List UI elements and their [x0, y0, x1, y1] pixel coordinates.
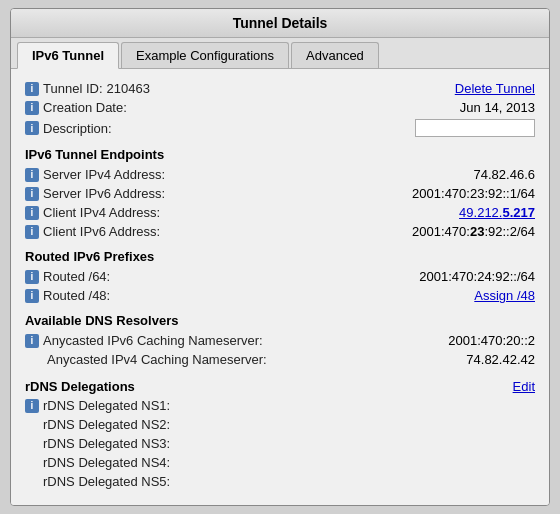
routed48-row: i Routed /48: Assign /48 [25, 286, 535, 305]
creation-date-row: i Creation Date: Jun 14, 2013 [25, 98, 535, 117]
tunnel-details-window: Tunnel Details IPv6 Tunnel Example Confi… [10, 8, 550, 506]
info-icon-client-ipv6: i [25, 225, 39, 239]
rdns-ns2-row: rDNS Delegated NS2: [25, 415, 535, 434]
client-ipv6-row: i Client IPv6 Address: 2001:470:23:92::2… [25, 222, 535, 241]
tab-ipv6-tunnel[interactable]: IPv6 Tunnel [17, 42, 119, 69]
window-title: Tunnel Details [11, 9, 549, 38]
tab-example-configurations[interactable]: Example Configurations [121, 42, 289, 68]
description-input[interactable] [415, 119, 535, 137]
anycast-ipv4-row: Anycasted IPv4 Caching Nameserver: 74.82… [25, 350, 535, 369]
info-icon-ns1: i [25, 399, 39, 413]
info-icon-description: i [25, 121, 39, 135]
content-area: i Tunnel ID: 210463 Delete Tunnel i Crea… [11, 69, 549, 505]
rdns-ns1-row: i rDNS Delegated NS1: [25, 396, 535, 415]
server-ipv6-row: i Server IPv6 Address: 2001:470:23:92::1… [25, 184, 535, 203]
rdns-ns5-row: rDNS Delegated NS5: [25, 472, 535, 491]
tunnel-id-value: 210463 [107, 81, 150, 96]
info-icon-anycast-ipv6: i [25, 334, 39, 348]
rdns-header-row: rDNS Delegations Edit [25, 377, 535, 396]
info-icon-routed64: i [25, 270, 39, 284]
routed64-value: 2001:470:24:92::/64 [245, 269, 535, 284]
tab-bar: IPv6 Tunnel Example Configurations Advan… [11, 38, 549, 69]
routed-section-header: Routed IPv6 Prefixes [25, 249, 535, 264]
server-ipv6-label: Server IPv6 Address: [43, 186, 165, 201]
server-ipv4-value: 74.82.46.6 [245, 167, 535, 182]
info-icon-tunnel-id: i [25, 82, 39, 96]
info-icon-server-ipv6: i [25, 187, 39, 201]
rdns-ns4-row: rDNS Delegated NS4: [25, 453, 535, 472]
assign-48-link[interactable]: Assign /48 [245, 288, 535, 303]
rdns-ns3-row: rDNS Delegated NS3: [25, 434, 535, 453]
routed64-label: Routed /64: [43, 269, 110, 284]
server-ipv4-row: i Server IPv4 Address: 74.82.46.6 [25, 165, 535, 184]
server-ipv4-label: Server IPv4 Address: [43, 167, 165, 182]
anycast-ipv6-value: 2001:470:20::2 [263, 333, 535, 348]
creation-date-value: Jun 14, 2013 [245, 100, 535, 115]
client-ipv6-label: Client IPv6 Address: [43, 224, 160, 239]
ns5-label: rDNS Delegated NS5: [43, 474, 170, 489]
anycast-ipv4-value: 74.82.42.42 [267, 352, 535, 367]
server-ipv6-value: 2001:470:23:92::1/64 [245, 186, 535, 201]
client-ipv4-label: Client IPv4 Address: [43, 205, 160, 220]
info-icon-routed48: i [25, 289, 39, 303]
delete-tunnel-link[interactable]: Delete Tunnel [455, 81, 535, 96]
client-ipv6-value: 2001:470:23:92::2/64 [245, 224, 535, 239]
ns1-label: rDNS Delegated NS1: [43, 398, 170, 413]
ns2-label: rDNS Delegated NS2: [43, 417, 170, 432]
routed48-label: Routed /48: [43, 288, 110, 303]
info-icon-server-ipv4: i [25, 168, 39, 182]
endpoints-section-header: IPv6 Tunnel Endpoints [25, 147, 535, 162]
anycast-ipv6-label: Anycasted IPv6 Caching Nameserver: [43, 333, 263, 348]
ns3-label: rDNS Delegated NS3: [43, 436, 170, 451]
tunnel-id-row: i Tunnel ID: 210463 Delete Tunnel [25, 79, 535, 98]
client-ipv4-row: i Client IPv4 Address: 49.212.5.217 [25, 203, 535, 222]
client-ipv4-value[interactable]: 49.212.5.217 [245, 205, 535, 220]
info-icon-client-ipv4: i [25, 206, 39, 220]
info-icon-creation-date: i [25, 101, 39, 115]
ns4-label: rDNS Delegated NS4: [43, 455, 170, 470]
rdns-edit-link[interactable]: Edit [513, 379, 535, 394]
description-row: i Description: [25, 117, 535, 139]
creation-date-label: Creation Date: [43, 100, 127, 115]
tab-advanced[interactable]: Advanced [291, 42, 379, 68]
anycast-ipv4-label: Anycasted IPv4 Caching Nameserver: [47, 352, 267, 367]
routed64-row: i Routed /64: 2001:470:24:92::/64 [25, 267, 535, 286]
dns-section-header: Available DNS Resolvers [25, 313, 535, 328]
rdns-section-header: rDNS Delegations [25, 379, 513, 394]
description-label: Description: [43, 121, 112, 136]
anycast-ipv6-row: i Anycasted IPv6 Caching Nameserver: 200… [25, 331, 535, 350]
tunnel-id-label: Tunnel ID: [43, 81, 103, 96]
